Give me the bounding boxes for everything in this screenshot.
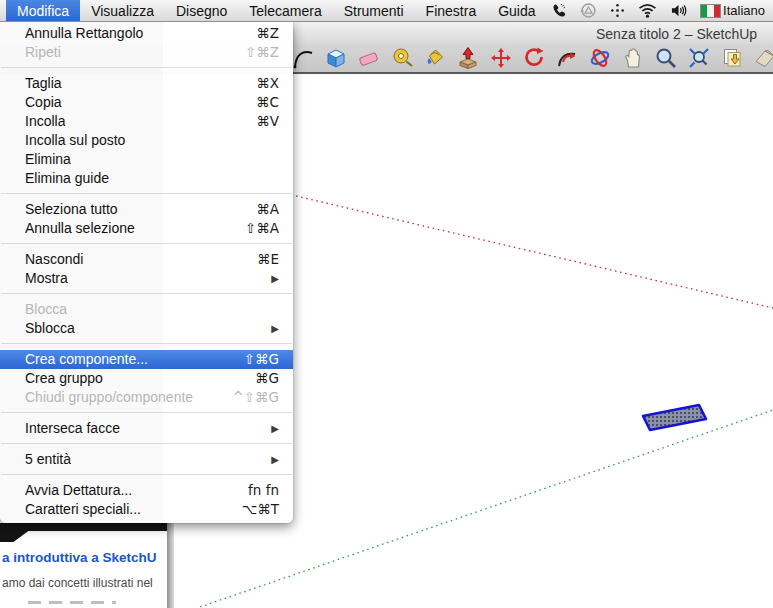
component-tool-icon[interactable] — [323, 45, 349, 71]
menu-item-label: Elimina guide — [25, 169, 109, 188]
menu-item-label: Nascondi — [25, 250, 83, 269]
menu-item-annulla-selezione[interactable]: Annulla selezione⇧⌘A — [0, 219, 293, 238]
menu-item-label: Elimina — [25, 150, 71, 169]
menu-item-label: Incolla — [25, 112, 65, 131]
submenu-arrow-icon: ▶ — [271, 319, 279, 338]
menu-item-label: Interseca facce — [25, 419, 120, 438]
phone-icon[interactable] — [550, 2, 567, 19]
menu-item-copia[interactable]: Copia⌘C — [0, 93, 293, 112]
menu-item-label: Annulla Rettangolo — [25, 24, 143, 43]
menubar-item-disegno[interactable]: Disegno — [165, 0, 238, 21]
menu-item-shortcut: ⇧⌘Z — [245, 43, 279, 62]
menu-item-label: Incolla sul posto — [25, 131, 125, 150]
menu-item-shortcut: ⌘E — [257, 250, 279, 269]
orbit-tool-icon[interactable] — [587, 45, 613, 71]
menubar-item-modifica[interactable]: Modifica — [6, 0, 80, 21]
italy-flag-icon[interactable] — [700, 4, 721, 18]
submenu-arrow-icon: ▶ — [271, 419, 279, 438]
menu-item-crea-gruppo[interactable]: Crea gruppo⌘G — [0, 369, 293, 388]
menu-separator — [1, 443, 292, 444]
menu-item-shortcut: ⌥⌘T — [242, 500, 279, 519]
menu-item-annulla-rettangolo[interactable]: Annulla Rettangolo⌘Z — [0, 24, 293, 43]
window-title: Senza titolo 2 – SketchUp — [596, 26, 757, 42]
menu-item-interseca-facce[interactable]: Interseca facce▶ — [0, 419, 293, 438]
menubar-item-telecamera[interactable]: Telecamera — [238, 0, 332, 21]
menubar-item-visualizza[interactable]: Visualizza — [80, 0, 165, 21]
menu-item-label: Chiudi gruppo/componente — [25, 388, 193, 407]
help-window-banner-image — [0, 523, 167, 542]
sync-alert-icon[interactable] — [580, 2, 597, 19]
menu-item-caratteri-speciali[interactable]: Caratteri speciali...⌥⌘T — [0, 500, 293, 519]
volume-icon[interactable] — [670, 3, 687, 18]
menu-item-incolla[interactable]: Incolla⌘V — [0, 112, 293, 131]
menu-separator — [1, 293, 292, 294]
help-window[interactable]: a introduttiva a SketchU amo dai concett… — [0, 523, 174, 608]
menu-item-shortcut: ⌘A — [256, 200, 279, 219]
move-tool-icon[interactable] — [488, 45, 514, 71]
red-axis-line — [296, 196, 773, 308]
menu-item-shortcut: ⌘C — [256, 93, 279, 112]
menu-separator — [1, 412, 292, 413]
menu-item-blocca: Blocca — [0, 300, 293, 319]
menubar-item-guida[interactable]: Guida — [487, 0, 546, 21]
help-heading-link[interactable]: a introduttiva a SketchU — [2, 550, 167, 565]
menu-item-shortcut: ⌘X — [256, 74, 279, 93]
zoom-tool-icon[interactable] — [653, 45, 679, 71]
menu-item-label: Caratteri speciali... — [25, 500, 141, 519]
eraser-tool-icon[interactable] — [356, 45, 382, 71]
menu-item-shortcut: ⇧⌘A — [245, 219, 279, 238]
menubar-items: ModificaVisualizzaDisegnoTelecameraStrum… — [6, 0, 547, 21]
next-view-tool-icon[interactable] — [752, 45, 773, 71]
menu-item-incolla-sul-posto[interactable]: Incolla sul posto — [0, 131, 293, 150]
menu-item-seleziona-tutto[interactable]: Seleziona tutto⌘A — [0, 200, 293, 219]
menu-separator — [1, 243, 292, 244]
menu-item-crea-componente[interactable]: Crea componente...⇧⌘G — [0, 350, 293, 369]
menu-item-mostra[interactable]: Mostra▶ — [0, 269, 293, 288]
menu-item-label: Crea componente... — [25, 350, 148, 369]
arc-tool-icon[interactable] — [290, 45, 316, 71]
help-window-edge — [167, 523, 174, 608]
menu-item-5-entit[interactable]: 5 entità▶ — [0, 450, 293, 469]
paint-bucket-tool-icon[interactable] — [422, 45, 448, 71]
menu-item-shortcut: ⌘G — [255, 369, 279, 388]
pan-tool-icon[interactable] — [620, 45, 646, 71]
menu-item-taglia[interactable]: Taglia⌘X — [0, 74, 293, 93]
menu-item-avvia-dettatura[interactable]: Avvia Dettatura...fn fn — [0, 481, 293, 500]
menu-item-shortcut: ⇧⌘G — [244, 350, 279, 369]
dots-cross-icon[interactable] — [610, 3, 625, 18]
follow-me-tool-icon[interactable] — [554, 45, 580, 71]
language-label[interactable]: Italiano — [723, 0, 773, 21]
wifi-icon[interactable] — [638, 3, 657, 18]
tape-measure-tool-icon[interactable] — [389, 45, 415, 71]
menu-item-label: Sblocca — [25, 319, 75, 338]
menu-item-label: 5 entità — [25, 450, 71, 469]
menu-item-label: Seleziona tutto — [25, 200, 118, 219]
menu-item-shortcut: fn fn — [248, 481, 279, 500]
toolbar-icons — [290, 45, 773, 71]
menu-item-label: Ripeti — [25, 43, 61, 62]
edit-menu-dropdown: Annulla Rettangolo⌘ZRipeti⇧⌘ZTaglia⌘XCop… — [0, 22, 293, 523]
menu-item-label: Blocca — [25, 300, 67, 319]
menu-item-label: Avvia Dettatura... — [25, 481, 132, 500]
previous-view-tool-icon[interactable] — [719, 45, 745, 71]
menu-item-nascondi[interactable]: Nascondi⌘E — [0, 250, 293, 269]
rotate-tool-icon[interactable] — [521, 45, 547, 71]
menu-separator — [1, 67, 292, 68]
zoom-extents-tool-icon[interactable] — [686, 45, 712, 71]
submenu-arrow-icon: ▶ — [271, 269, 279, 288]
menu-separator — [1, 343, 292, 344]
menu-separator — [1, 193, 292, 194]
menu-item-elimina-guide[interactable]: Elimina guide — [0, 169, 293, 188]
push-pull-tool-icon[interactable] — [455, 45, 481, 71]
menu-item-label: Mostra — [25, 269, 68, 288]
menu-item-sblocca[interactable]: Sblocca▶ — [0, 319, 293, 338]
menubar-item-strumenti[interactable]: Strumenti — [333, 0, 415, 21]
menubar-item-finestra[interactable]: Finestra — [415, 0, 488, 21]
menu-item-shortcut: ⌘V — [256, 112, 279, 131]
menu-item-elimina[interactable]: Elimina — [0, 150, 293, 169]
menu-item-shortcut: ⌘Z — [256, 24, 279, 43]
help-body-text: amo dai concetti illustrati nel — [2, 576, 174, 590]
selected-component[interactable] — [643, 405, 706, 430]
submenu-arrow-icon: ▶ — [271, 450, 279, 469]
menu-item-shortcut: ^⇧⌘G — [232, 388, 279, 407]
